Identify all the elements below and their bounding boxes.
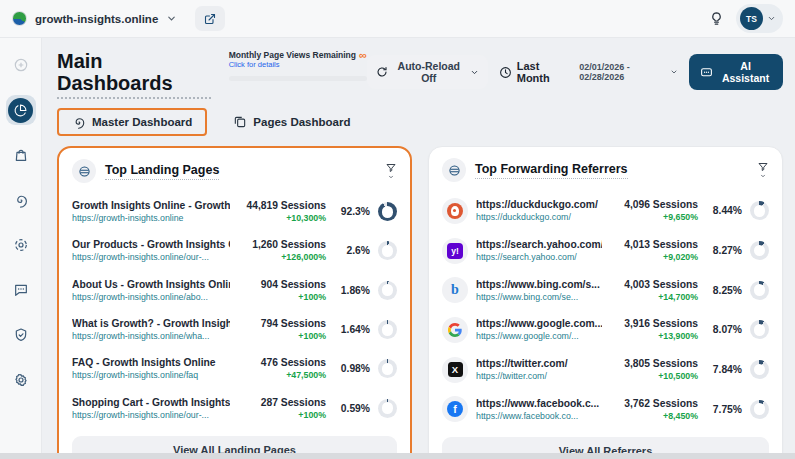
- quota-details-link[interactable]: Click for details: [229, 60, 356, 69]
- filter-button[interactable]: [385, 162, 397, 180]
- tips-button[interactable]: [709, 11, 724, 26]
- sidebar-item-goals[interactable]: [6, 230, 36, 260]
- bing-icon: b: [442, 277, 468, 303]
- page-url-link[interactable]: https://growth-insights.online: [72, 213, 230, 223]
- site-switcher[interactable]: growth-insights.online: [12, 11, 177, 26]
- sessions-change: +9,020%: [610, 252, 698, 262]
- page-url-link[interactable]: https://growth-insights.online/abo...: [72, 292, 230, 302]
- table-row[interactable]: What is Growth? - Growth Insight... http…: [72, 310, 397, 349]
- row-donut: [750, 201, 769, 220]
- user-menu[interactable]: TS: [736, 4, 783, 33]
- row-donut: [750, 400, 769, 419]
- sidebar-item-store[interactable]: [6, 140, 36, 170]
- site-name: growth-insights.online: [35, 13, 158, 25]
- page-title-text: Growth Insights Online - Growth I...: [72, 200, 230, 211]
- share-percent: 8.25%: [706, 285, 742, 296]
- chat-bubble-icon: [700, 66, 713, 79]
- sidebar-item-add[interactable]: [6, 50, 36, 80]
- sessions-change: +126,000%: [238, 252, 326, 262]
- ai-assistant-button[interactable]: AI Assistant: [689, 54, 783, 90]
- table-row[interactable]: FAQ - Growth Insights Online https://gro…: [72, 349, 397, 388]
- pages-icon: [233, 115, 247, 129]
- database-icon: [442, 158, 466, 182]
- sessions-change: +9,650%: [610, 212, 698, 222]
- duckduckgo-icon: [442, 198, 468, 224]
- row-donut: [750, 360, 769, 379]
- date-range-value: 02/01/2026 - 02/28/2026: [579, 62, 667, 82]
- page-url-link[interactable]: https://growth-insights.online/our-...: [72, 410, 230, 420]
- referrer-url-link[interactable]: https://search.yahoo.com/: [476, 252, 602, 262]
- infinity-value: ∞: [359, 50, 367, 61]
- share-percent: 2.6%: [334, 245, 370, 256]
- lightbulb-icon: [709, 11, 724, 26]
- sidebar-item-dashboards[interactable]: [6, 95, 36, 125]
- date-range-picker[interactable]: 02/01/2026 - 02/28/2026: [579, 62, 678, 82]
- sessions-value: 794 Sessions: [238, 318, 326, 329]
- table-row[interactable]: https://duckduckgo.com/ https://duckduck…: [442, 191, 769, 231]
- shopping-bag-icon: [13, 147, 29, 163]
- table-row[interactable]: f https://www.facebook.c... https://www.…: [442, 389, 769, 429]
- top-landing-pages-card: Top Landing Pages Growth Insights Online…: [57, 146, 412, 459]
- page-title-text: About Us - Growth Insights Online: [72, 279, 230, 290]
- pageviews-quota[interactable]: Monthly Page Views Remaining Click for d…: [229, 50, 367, 81]
- clock-icon: [499, 66, 512, 79]
- row-donut: [378, 202, 397, 221]
- tab-pages-dashboard[interactable]: Pages Dashboard: [223, 109, 360, 135]
- chevron-down-icon: [166, 13, 177, 24]
- sessions-change: +8,450%: [610, 411, 698, 421]
- sessions-value: 4,003 Sessions: [610, 279, 698, 290]
- period-label: Last Month: [517, 60, 569, 84]
- table-row[interactable]: Shopping Cart - Growth Insights ... http…: [72, 389, 397, 428]
- table-row[interactable]: y! https://search.yahoo.com/ https://sea…: [442, 231, 769, 271]
- sidebar-item-settings[interactable]: [6, 365, 36, 395]
- share-percent: 8.27%: [706, 245, 742, 256]
- page-url-link[interactable]: https://growth-insights.online/faq: [72, 370, 230, 380]
- row-donut: [378, 399, 397, 418]
- avatar: TS: [740, 7, 763, 30]
- page-title-text: Shopping Cart - Growth Insights ...: [72, 397, 230, 408]
- referrer-url-link[interactable]: https://duckduckgo.com/: [476, 212, 602, 222]
- chevron-down-icon: [767, 14, 776, 23]
- funnel-icon: [385, 162, 397, 174]
- open-site-button[interactable]: [195, 6, 225, 31]
- sessions-value: 3,805 Sessions: [610, 358, 698, 369]
- sessions-change: +13,900%: [610, 331, 698, 341]
- referrers-list: https://duckduckgo.com/ https://duckduck…: [429, 189, 782, 429]
- share-percent: 1.86%: [334, 285, 370, 296]
- sessions-value: 287 Sessions: [238, 397, 326, 408]
- pie-chart-icon: [8, 98, 33, 123]
- table-row[interactable]: About Us - Growth Insights Online https:…: [72, 271, 397, 310]
- table-row[interactable]: b https://www.bing.com/s... https://www.…: [442, 270, 769, 310]
- referrer-title-text: https://www.bing.com/s...: [476, 279, 602, 290]
- referrer-title-text: https://search.yahoo.com/: [476, 239, 602, 250]
- quota-progress-bar: [229, 76, 367, 81]
- referrer-url-link[interactable]: https://www.google.com/...: [476, 331, 602, 341]
- sessions-value: 3,916 Sessions: [610, 318, 698, 329]
- referrer-url-link[interactable]: https://www.facebook.co...: [476, 411, 602, 421]
- share-percent: 0.59%: [334, 403, 370, 414]
- auto-reload-dropdown[interactable]: Auto-Reload Off: [367, 55, 488, 89]
- referrer-url-link[interactable]: https://www.bing.com/se...: [476, 292, 602, 302]
- table-row[interactable]: X https://twitter.com/ https://twitter.c…: [442, 350, 769, 390]
- row-donut: [750, 241, 769, 260]
- sidebar-item-messages[interactable]: [6, 275, 36, 305]
- table-row[interactable]: Our Products - Growth Insights O... http…: [72, 231, 397, 270]
- row-donut: [378, 320, 397, 339]
- sessions-value: 476 Sessions: [238, 357, 326, 368]
- sidebar-item-insights[interactable]: [6, 185, 36, 215]
- filter-button[interactable]: [757, 161, 769, 179]
- card-title: Top Landing Pages: [105, 163, 219, 180]
- sessions-change: +10,500%: [610, 371, 698, 381]
- page-url-link[interactable]: https://growth-insights.online/our-...: [72, 252, 230, 262]
- tab-label: Master Dashboard: [92, 116, 192, 128]
- page-url-link[interactable]: https://growth-insights.online/wha...: [72, 331, 230, 341]
- sidebar-item-privacy[interactable]: [6, 320, 36, 350]
- site-favicon-icon: [12, 11, 27, 26]
- tab-master-dashboard[interactable]: Master Dashboard: [57, 108, 207, 136]
- period-selector[interactable]: Last Month: [499, 60, 569, 84]
- table-row[interactable]: Growth Insights Online - Growth I... htt…: [72, 192, 397, 231]
- table-row[interactable]: https://www.google.com... https://www.go…: [442, 310, 769, 350]
- referrer-url-link[interactable]: https://twitter.com/: [476, 371, 602, 381]
- spiral-icon: [13, 192, 29, 208]
- row-donut: [750, 320, 769, 339]
